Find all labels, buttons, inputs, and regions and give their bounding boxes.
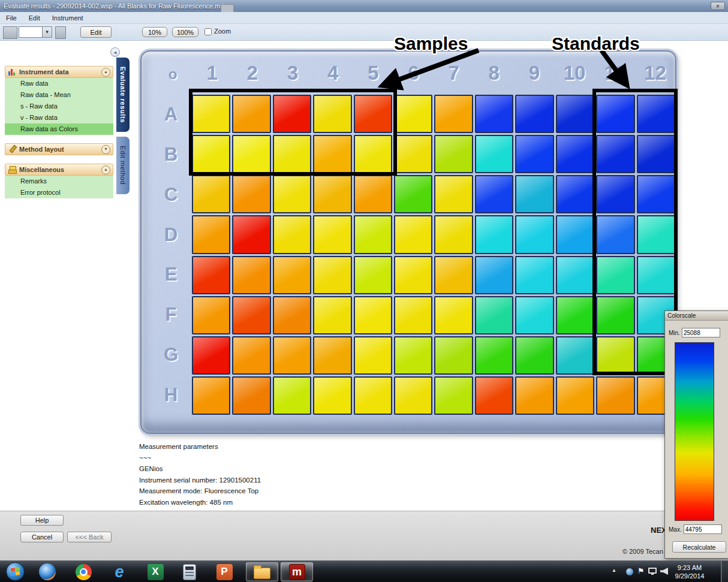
max-input[interactable] bbox=[684, 524, 722, 534]
well-A10[interactable] bbox=[556, 95, 594, 133]
well-G3[interactable] bbox=[273, 336, 311, 375]
well-H2[interactable] bbox=[232, 376, 270, 415]
row-header-E[interactable]: E bbox=[155, 255, 187, 295]
tray-app-icon[interactable] bbox=[626, 568, 633, 575]
well-F1[interactable] bbox=[192, 296, 230, 334]
hidden-icons-button[interactable]: ▲ bbox=[612, 568, 616, 573]
well-D3[interactable] bbox=[273, 215, 311, 254]
well-G6[interactable] bbox=[394, 336, 432, 375]
close-button[interactable]: × bbox=[711, 2, 725, 10]
well-A6[interactable] bbox=[394, 95, 432, 133]
column-header-10[interactable]: 10 bbox=[554, 59, 594, 88]
well-H8[interactable] bbox=[475, 376, 513, 415]
well-C1[interactable] bbox=[192, 175, 230, 213]
well-G1[interactable] bbox=[192, 336, 230, 375]
well-B9[interactable] bbox=[515, 135, 553, 173]
well-D9[interactable] bbox=[515, 215, 553, 254]
well-F6[interactable] bbox=[394, 296, 432, 334]
internet-explorer-icon[interactable]: e bbox=[109, 563, 130, 581]
sidebar-collapse-button[interactable]: ◄ bbox=[110, 47, 120, 57]
section-header-method-layout[interactable]: Method layout ▾ bbox=[5, 143, 113, 155]
well-A9[interactable] bbox=[515, 95, 553, 133]
column-header-2[interactable]: 2 bbox=[232, 59, 272, 88]
sidebar-item-s-raw-data[interactable]: s - Raw data bbox=[5, 101, 113, 112]
well-E7[interactable] bbox=[434, 256, 473, 294]
column-header-11[interactable]: 11 bbox=[595, 59, 635, 88]
well-H7[interactable] bbox=[434, 376, 473, 415]
well-C4[interactable] bbox=[313, 175, 351, 213]
magellan-taskbar-button[interactable]: m bbox=[281, 562, 313, 581]
explorer-taskbar-button[interactable] bbox=[246, 562, 278, 581]
well-E5[interactable] bbox=[354, 256, 392, 294]
taskbar-clock[interactable]: 9:23 AM 9/29/2014 bbox=[672, 563, 708, 580]
row-header-F[interactable]: F bbox=[155, 295, 187, 335]
well-C2[interactable] bbox=[232, 175, 270, 213]
well-C9[interactable] bbox=[515, 175, 553, 213]
well-G7[interactable] bbox=[434, 336, 473, 375]
plate-corner-selector[interactable]: o bbox=[163, 64, 182, 85]
menu-edit[interactable]: Edit bbox=[23, 14, 46, 22]
row-header-C[interactable]: C bbox=[155, 175, 187, 215]
well-C10[interactable] bbox=[556, 175, 594, 213]
column-header-12[interactable]: 12 bbox=[635, 59, 675, 88]
column-header-1[interactable]: 1 bbox=[192, 59, 232, 88]
excel-icon[interactable]: X bbox=[145, 563, 166, 581]
well-B8[interactable] bbox=[475, 135, 513, 173]
well-G2[interactable] bbox=[232, 336, 270, 375]
row-header-A[interactable]: A bbox=[155, 95, 187, 135]
well-E10[interactable] bbox=[556, 256, 594, 294]
well-E1[interactable] bbox=[192, 256, 230, 294]
well-C7[interactable] bbox=[434, 175, 473, 213]
well-G8[interactable] bbox=[475, 336, 513, 375]
well-H10[interactable] bbox=[556, 376, 594, 415]
column-header-9[interactable]: 9 bbox=[514, 59, 554, 88]
column-header-5[interactable]: 5 bbox=[353, 59, 393, 88]
well-G9[interactable] bbox=[515, 336, 553, 375]
well-A7[interactable] bbox=[434, 95, 473, 133]
well-F5[interactable] bbox=[354, 296, 392, 334]
well-H1[interactable] bbox=[192, 376, 230, 415]
well-C8[interactable] bbox=[475, 175, 513, 213]
well-D8[interactable] bbox=[475, 215, 513, 254]
well-G4[interactable] bbox=[313, 336, 351, 375]
sidebar-item-v-raw-data[interactable]: v - Raw data bbox=[5, 112, 113, 123]
well-C6[interactable] bbox=[394, 175, 432, 213]
zoom-10-button[interactable]: 10% bbox=[142, 27, 167, 37]
well-H9[interactable] bbox=[515, 376, 553, 415]
well-E4[interactable] bbox=[313, 256, 351, 294]
menu-file[interactable]: File bbox=[0, 14, 23, 22]
well-H6[interactable] bbox=[394, 376, 432, 415]
data-selector-combo[interactable]: ▾ bbox=[19, 26, 52, 38]
sidebar-item-raw-data-as-colors[interactable]: Raw data as Colors bbox=[5, 123, 113, 135]
sidebar-item-error-protocol[interactable]: Error protocol bbox=[5, 187, 113, 198]
well-H4[interactable] bbox=[313, 376, 351, 415]
well-D4[interactable] bbox=[313, 215, 351, 254]
edit-button[interactable]: Edit bbox=[80, 26, 112, 38]
well-B6[interactable] bbox=[394, 135, 432, 173]
well-D5[interactable] bbox=[354, 215, 392, 254]
column-header-8[interactable]: 8 bbox=[474, 59, 514, 88]
well-A8[interactable] bbox=[475, 95, 513, 133]
well-F2[interactable] bbox=[232, 296, 270, 334]
well-F7[interactable] bbox=[434, 296, 473, 334]
layout-button[interactable] bbox=[3, 26, 17, 39]
volume-icon[interactable] bbox=[660, 568, 668, 575]
start-button[interactable] bbox=[6, 562, 25, 581]
column-header-6[interactable]: 6 bbox=[393, 59, 434, 88]
well-F4[interactable] bbox=[313, 296, 351, 334]
zoom-100-button[interactable]: 100% bbox=[172, 27, 198, 37]
sidebar-item-remarks[interactable]: Remarks bbox=[5, 176, 113, 187]
row-header-H[interactable]: H bbox=[155, 375, 187, 415]
tab-evaluate-results[interactable]: Evaluate results bbox=[116, 58, 130, 132]
well-C3[interactable] bbox=[273, 175, 311, 213]
well-E9[interactable] bbox=[515, 256, 553, 294]
tab-edit-method[interactable]: Edit method bbox=[116, 137, 130, 194]
back-button[interactable]: <<< Back bbox=[67, 532, 112, 542]
well-H11[interactable] bbox=[596, 376, 634, 415]
calculator-icon[interactable] bbox=[179, 563, 200, 581]
well-G10[interactable] bbox=[556, 336, 594, 375]
well-D10[interactable] bbox=[556, 215, 594, 254]
help-button[interactable]: Help bbox=[20, 515, 64, 526]
well-D7[interactable] bbox=[434, 215, 473, 254]
cancel-button[interactable]: Cancel bbox=[20, 532, 64, 542]
